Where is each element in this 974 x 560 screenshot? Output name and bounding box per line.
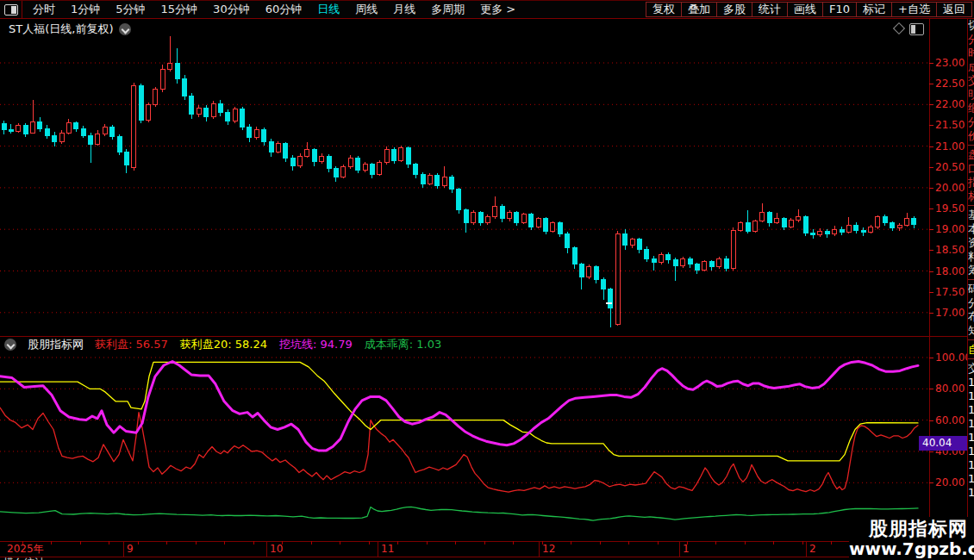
strip-item-36[interactable]: 1: [968, 472, 974, 486]
axis-tick: [929, 292, 933, 293]
strip-item-33[interactable]: 1: [968, 431, 974, 445]
action-button-+自选[interactable]: +自选: [891, 2, 937, 17]
candle-down: [529, 215, 534, 227]
strip-item-18[interactable]: 料: [968, 250, 974, 264]
action-button-统计[interactable]: 统计: [752, 2, 788, 17]
action-button-叠加[interactable]: 叠加: [681, 2, 717, 17]
date-tick: [340, 541, 340, 544]
candle-down: [695, 264, 699, 271]
candle-up: [731, 230, 735, 268]
strip-item-21[interactable]: 码: [968, 283, 974, 296]
action-button-画线[interactable]: 画线: [787, 2, 823, 17]
strip-item-13[interactable]: 标: [968, 190, 974, 203]
strip-item-28[interactable]: 交: [968, 362, 974, 376]
action-button-F10[interactable]: F10: [822, 2, 857, 17]
strip-item-16[interactable]: 本: [968, 222, 974, 236]
strip-item-37[interactable]: 1: [968, 486, 974, 500]
action-button-标记[interactable]: 标记: [856, 2, 892, 17]
panel-layout-icon[interactable]: [909, 23, 924, 35]
indicator-dropdown-icon[interactable]: [4, 339, 16, 351]
candle-up: [485, 217, 490, 223]
strip-item-10[interactable]: 盘: [968, 148, 974, 162]
strip-item-31[interactable]: 1: [968, 403, 974, 417]
strip-item-8[interactable]: 价: [968, 129, 974, 143]
candle-down: [854, 225, 858, 230]
strip-item-0[interactable]: 切: [968, 19, 974, 33]
period-item-15分钟[interactable]: 15分钟: [153, 1, 206, 18]
chart-title-row[interactable]: ST人福(日线,前复权): [9, 22, 131, 37]
strip-item-6[interactable]: 细: [968, 102, 974, 115]
strip-item-32[interactable]: 1: [968, 417, 974, 431]
axis-tick: [929, 84, 933, 84]
candle-up: [739, 222, 743, 230]
action-button-返回[interactable]: 返回: [936, 2, 972, 17]
strip-item-30[interactable]: 1: [968, 389, 974, 403]
date-tick: [715, 541, 716, 544]
period-item-60分钟[interactable]: 60分钟: [258, 1, 310, 18]
strip-item-35[interactable]: 1: [968, 458, 974, 472]
strip-item-2[interactable]: 时: [968, 47, 974, 60]
candle-up: [789, 221, 793, 227]
strip-item-1[interactable]: 分: [968, 33, 974, 47]
candle-down: [609, 289, 613, 308]
date-tick: [687, 541, 688, 544]
date-tick: [802, 541, 803, 544]
candle-down: [23, 125, 28, 134]
strip-item-29[interactable]: 1: [968, 376, 974, 389]
strip-item-19[interactable]: 筹: [968, 264, 974, 277]
strip-item-5[interactable]: 明: [968, 88, 974, 102]
candle-up: [363, 165, 367, 171]
candle-down: [782, 219, 786, 227]
strip-item-7[interactable]: 分: [968, 115, 974, 129]
date-tick: [571, 541, 571, 544]
strip-item-15[interactable]: 基: [968, 208, 974, 222]
strip-item-11[interactable]: 口: [968, 162, 974, 176]
period-item-30分钟[interactable]: 30分钟: [205, 1, 258, 18]
candle-down: [883, 217, 887, 223]
period-item-分时[interactable]: 分时: [25, 1, 63, 18]
period-item-周线[interactable]: 周线: [347, 1, 385, 18]
period-item-日线[interactable]: 日线: [309, 1, 347, 18]
action-button-复权[interactable]: 复权: [646, 2, 682, 17]
candle-up: [211, 103, 215, 116]
period-item-多周期[interactable]: 多周期: [423, 1, 472, 18]
period-item-更多 >[interactable]: 更多 >: [472, 1, 523, 18]
strip-item-17[interactable]: 资: [968, 236, 974, 250]
right-sidebar-strip[interactable]: 切分时成交明细分价盘口指标基本资料筹码分布知自交111111111: [967, 19, 974, 560]
candle-up: [869, 227, 873, 232]
candle-down: [226, 113, 230, 121]
candle-down: [594, 267, 598, 279]
strip-item-26[interactable]: 自: [968, 343, 974, 357]
date-tick: [542, 541, 543, 544]
strip-item-3[interactable]: 成: [968, 60, 974, 74]
title-dropdown-icon[interactable]: [119, 23, 131, 35]
price-label-20.50: 20.50: [935, 161, 967, 173]
strip-item-23[interactable]: 布: [968, 310, 974, 324]
period-item-月线[interactable]: 月线: [385, 1, 423, 18]
date-tick: [397, 541, 398, 544]
strip-item-22[interactable]: 分: [968, 296, 974, 310]
action-button-多股[interactable]: 多股: [716, 2, 752, 17]
strip-item-24[interactable]: 知: [968, 324, 974, 338]
month-separator: [539, 541, 540, 557]
candle-up: [132, 86, 136, 168]
candle-up: [905, 219, 909, 226]
candle-down: [370, 165, 374, 175]
layout-toggle-button[interactable]: [0, 1, 22, 18]
strip-item-4[interactable]: 交: [968, 74, 974, 88]
strip-item-34[interactable]: 1: [968, 445, 974, 458]
period-item-1分钟[interactable]: 1分钟: [63, 1, 108, 18]
period-item-5分钟[interactable]: 5分钟: [108, 1, 153, 18]
candle-down: [709, 262, 714, 267]
candle-down: [312, 149, 316, 161]
candlestick-chart[interactable]: [0, 19, 929, 336]
date-tick: [253, 541, 254, 544]
indicator-chart[interactable]: [0, 353, 929, 541]
price-label-17.00: 17.00: [935, 307, 967, 319]
strip-item-12[interactable]: 指: [968, 176, 974, 190]
candle-up: [615, 233, 620, 324]
price-label-19.00: 19.00: [935, 223, 967, 235]
axis-tick: [929, 313, 933, 314]
date-tick: [166, 541, 167, 544]
candle-down: [464, 210, 468, 222]
